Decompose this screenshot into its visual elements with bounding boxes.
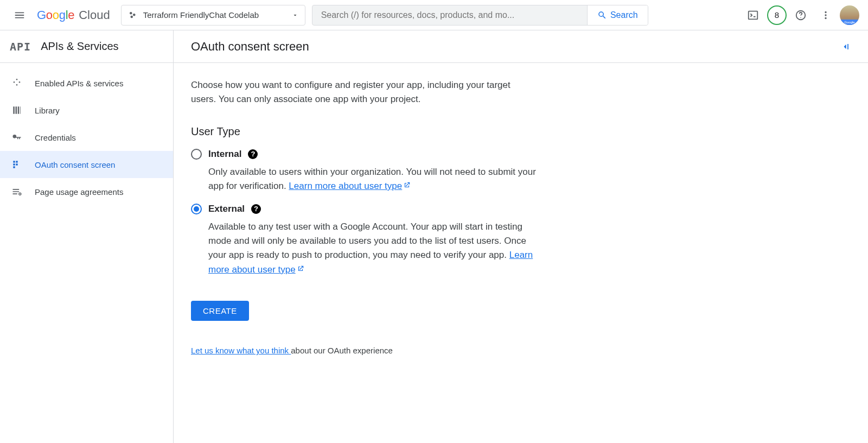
svg-point-0 xyxy=(130,12,132,15)
external-link-icon xyxy=(297,264,304,275)
cloud-shell-button[interactable] xyxy=(742,4,764,26)
svg-point-1 xyxy=(133,14,136,16)
chevron-left-icon xyxy=(840,41,851,52)
enabled-apis-icon xyxy=(11,78,23,88)
sidebar-nav: Enabled APIs & services Library Credenti… xyxy=(0,63,173,212)
svg-point-2 xyxy=(130,15,133,18)
create-button[interactable]: CREATE xyxy=(191,301,249,321)
external-description: Available to any test user with a Google… xyxy=(191,220,538,277)
account-avatar[interactable] xyxy=(840,5,859,25)
free-trial-badge[interactable]: 8 xyxy=(767,5,787,25)
sidebar-item-credentials[interactable]: Credentials xyxy=(0,124,173,151)
google-cloud-logo[interactable]: Google Cloud xyxy=(37,8,110,22)
svg-rect-12 xyxy=(16,163,17,165)
sidebar-header: API APIs & Services xyxy=(0,30,173,63)
main-header: OAuth consent screen xyxy=(174,30,868,63)
external-link-icon xyxy=(403,181,411,191)
radio-internal-label: Internal xyxy=(208,149,241,160)
google-logo: Google xyxy=(37,8,74,22)
search-icon xyxy=(597,10,607,20)
svg-point-8 xyxy=(825,17,826,18)
radio-option-external[interactable]: External ? xyxy=(191,204,720,214)
page-title: OAuth consent screen xyxy=(191,40,309,54)
sidebar-item-label: OAuth consent screen xyxy=(35,160,115,169)
top-actions: 8 xyxy=(742,4,859,26)
svg-rect-13 xyxy=(13,166,15,168)
svg-point-7 xyxy=(825,14,826,16)
intro-text: Choose how you want to configure and reg… xyxy=(191,78,527,107)
hide-info-panel-button[interactable] xyxy=(840,41,851,52)
help-icon[interactable]: ? xyxy=(251,204,261,214)
svg-rect-10 xyxy=(16,161,17,162)
radio-external-label: External xyxy=(208,204,245,214)
sidebar: API APIs & Services Enabled APIs & servi… xyxy=(0,30,174,443)
search-input[interactable] xyxy=(312,10,587,20)
radio-external[interactable] xyxy=(191,204,202,214)
help-icon xyxy=(795,9,807,21)
kebab-icon xyxy=(820,9,832,21)
hamburger-icon xyxy=(14,9,25,21)
feedback-text: Let us know what you think about our OAu… xyxy=(191,346,720,355)
page-usage-icon xyxy=(11,186,23,197)
svg-rect-11 xyxy=(13,163,15,165)
cloud-shell-icon xyxy=(747,9,759,21)
library-icon xyxy=(11,105,23,116)
svg-point-5 xyxy=(800,17,801,17)
sidebar-item-page-usage-agreements[interactable]: Page usage agreements xyxy=(0,178,173,205)
nav-menu-button[interactable] xyxy=(9,4,30,26)
svg-point-6 xyxy=(825,11,826,12)
sidebar-title: APIs & Services xyxy=(41,40,118,53)
help-icon[interactable]: ? xyxy=(248,149,258,159)
sidebar-item-label: Credentials xyxy=(35,133,76,142)
top-bar: Google Cloud Terraform FriendlyChat Code… xyxy=(0,0,868,30)
sidebar-item-label: Page usage agreements xyxy=(35,187,123,197)
sidebar-item-enabled-apis[interactable]: Enabled APIs & services xyxy=(0,69,173,97)
radio-internal[interactable] xyxy=(191,149,202,160)
dropdown-icon xyxy=(292,12,298,18)
sidebar-item-label: Library xyxy=(35,106,60,115)
svg-rect-15 xyxy=(847,44,848,49)
svg-rect-9 xyxy=(13,161,15,162)
feedback-link[interactable]: Let us know what you think xyxy=(191,346,291,355)
project-icon xyxy=(128,10,138,20)
sidebar-item-label: Enabled APIs & services xyxy=(35,79,123,88)
user-type-radio-group: Internal ? Only available to users withi… xyxy=(191,144,720,277)
credentials-icon xyxy=(11,132,23,143)
radio-option-internal[interactable]: Internal ? xyxy=(191,149,720,160)
cloud-word: Cloud xyxy=(79,8,110,22)
project-name: Terraform FriendlyChat Codelab xyxy=(143,10,286,20)
more-options-button[interactable] xyxy=(815,4,837,26)
sidebar-item-library[interactable]: Library xyxy=(0,97,173,124)
search-button-label: Search xyxy=(610,10,638,20)
api-badge-icon: API xyxy=(10,40,31,53)
main-content: OAuth consent screen Choose how you want… xyxy=(174,30,868,443)
project-picker[interactable]: Terraform FriendlyChat Codelab xyxy=(121,5,305,26)
search-box: Search xyxy=(312,5,648,26)
user-type-heading: User Type xyxy=(191,125,720,138)
oauth-consent-icon xyxy=(11,159,23,170)
sidebar-item-oauth-consent[interactable]: OAuth consent screen xyxy=(0,151,173,178)
svg-rect-3 xyxy=(749,11,758,19)
learn-more-internal-link[interactable]: Learn more about user type xyxy=(289,181,402,191)
search-button[interactable]: Search xyxy=(587,5,648,25)
internal-description: Only available to users within your orga… xyxy=(191,165,538,194)
help-button[interactable] xyxy=(790,4,812,26)
